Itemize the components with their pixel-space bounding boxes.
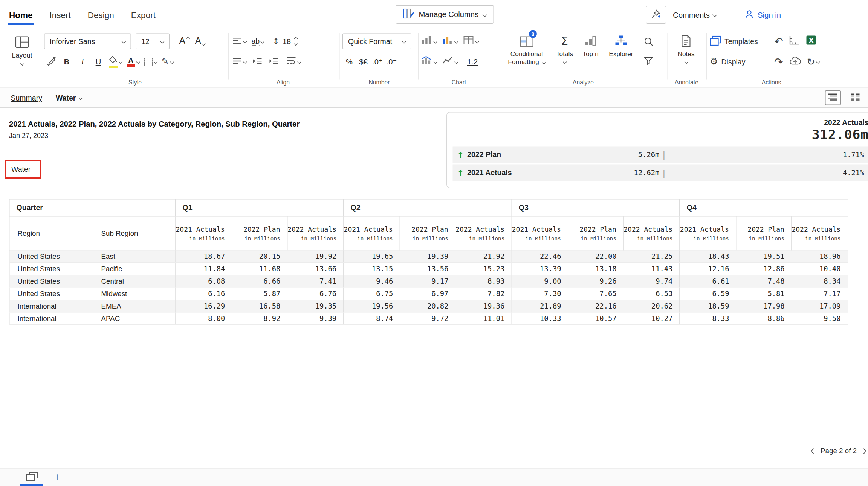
- value-cell[interactable]: 16.29: [176, 300, 232, 312]
- measure-header[interactable]: 2022 Planin Millions: [400, 216, 455, 250]
- font-color-button[interactable]: A: [127, 57, 140, 66]
- value-cell[interactable]: 19.35: [287, 300, 344, 312]
- value-cell[interactable]: 9.17: [400, 275, 455, 287]
- top-n-button[interactable]: Top n: [578, 31, 604, 68]
- redo-icon[interactable]: ↷: [774, 56, 783, 67]
- number-format-button[interactable]: 1.2: [467, 54, 478, 69]
- value-cell[interactable]: 22.16: [568, 300, 623, 312]
- value-cell[interactable]: 6.53: [623, 287, 680, 300]
- quarter-corner-header[interactable]: Quarter: [9, 199, 176, 216]
- ribbon-tab-design[interactable]: Design: [88, 10, 114, 20]
- measure-header[interactable]: 2021 Actualsin Millions: [512, 216, 568, 250]
- value-cell[interactable]: 10.57: [568, 312, 623, 325]
- value-cell[interactable]: 11.43: [623, 263, 680, 275]
- font-family-select[interactable]: Inforiver Sans: [44, 34, 131, 49]
- measure-header[interactable]: 2022 Actualsin Millions: [792, 216, 848, 250]
- value-cell[interactable]: 20.62: [623, 300, 680, 312]
- currency-format-button[interactable]: $€: [358, 54, 369, 69]
- value-cell[interactable]: 17.09: [792, 300, 848, 312]
- text-overflow-button[interactable]: ab: [252, 37, 264, 46]
- row-height-control[interactable]: ↕ 18: [273, 37, 297, 46]
- value-cell[interactable]: 10.40: [792, 263, 848, 275]
- value-cell[interactable]: 9.50: [792, 312, 848, 325]
- value-cell[interactable]: 11.01: [455, 312, 512, 325]
- decrease-decimal-button[interactable]: .0⁻: [386, 54, 397, 69]
- value-cell[interactable]: 8.33: [680, 312, 736, 325]
- category-chip-water[interactable]: Water: [5, 160, 41, 179]
- value-cell[interactable]: 18.67: [176, 250, 232, 263]
- explorer-button[interactable]: Explorer: [604, 31, 639, 68]
- clear-formatting-button[interactable]: ✎: [162, 57, 173, 66]
- value-cell[interactable]: 19.36: [455, 300, 512, 312]
- value-cell[interactable]: 7.48: [736, 275, 792, 287]
- value-cell[interactable]: 12.86: [736, 263, 792, 275]
- quarter-header-q1[interactable]: Q1: [176, 199, 344, 216]
- value-cell[interactable]: 16.58: [232, 300, 287, 312]
- percent-format-button[interactable]: %: [344, 54, 355, 69]
- decrease-indent-button[interactable]: [252, 54, 263, 69]
- value-cell[interactable]: 7.17: [792, 287, 848, 300]
- value-cell[interactable]: 19.65: [344, 250, 400, 263]
- value-cell[interactable]: 8.93: [455, 275, 512, 287]
- value-cell[interactable]: 10.27: [623, 312, 680, 325]
- undo-icon[interactable]: ↶: [774, 36, 783, 47]
- value-cell[interactable]: 22.46: [512, 250, 568, 263]
- value-cell[interactable]: 8.92: [232, 312, 287, 325]
- value-cell[interactable]: 9.72: [400, 312, 455, 325]
- value-cell[interactable]: 20.82: [400, 300, 455, 312]
- quarter-header-q4[interactable]: Q4: [680, 199, 848, 216]
- decrease-font-size-button[interactable]: A: [194, 34, 206, 49]
- borders-button[interactable]: [144, 57, 157, 66]
- value-cell[interactable]: 9.00: [512, 275, 568, 287]
- value-cell[interactable]: 11.84: [176, 263, 232, 275]
- value-cell[interactable]: 13.56: [400, 263, 455, 275]
- increase-decimal-button[interactable]: .0⁺: [372, 54, 383, 69]
- ribbon-tab-export[interactable]: Export: [131, 10, 156, 20]
- value-cell[interactable]: 6.59: [680, 287, 736, 300]
- measure-header[interactable]: 2021 Actualsin Millions: [344, 216, 400, 250]
- subregion-cell[interactable]: East: [93, 250, 176, 263]
- quick-format-select[interactable]: Quick Format: [342, 34, 411, 49]
- value-cell[interactable]: 21.25: [623, 250, 680, 263]
- subregion-cell[interactable]: Pacific: [93, 263, 176, 275]
- measure-icon[interactable]: [789, 35, 800, 47]
- value-cell[interactable]: 13.39: [512, 263, 568, 275]
- increase-indent-button[interactable]: [268, 54, 279, 69]
- value-cell[interactable]: 7.65: [568, 287, 623, 300]
- value-cell[interactable]: 8.86: [736, 312, 792, 325]
- value-cell[interactable]: 13.15: [344, 263, 400, 275]
- vertical-align-button[interactable]: [233, 57, 246, 67]
- value-cell[interactable]: 21.92: [455, 250, 512, 263]
- conditional-formatting-button[interactable]: 3 Conditional Formatting: [502, 31, 552, 68]
- value-cell[interactable]: 9.26: [568, 275, 623, 287]
- sheet-pages-button[interactable]: [23, 471, 41, 484]
- value-cell[interactable]: 18.59: [680, 300, 736, 312]
- totals-button[interactable]: Σ Totals: [552, 31, 578, 68]
- subregion-cell[interactable]: EMEA: [93, 300, 176, 312]
- measure-header[interactable]: 2022 Planin Millions: [568, 216, 623, 250]
- horizontal-align-button[interactable]: [233, 36, 246, 46]
- measure-header[interactable]: 2022 Actualsin Millions: [623, 216, 680, 250]
- value-cell[interactable]: 6.76: [287, 287, 344, 300]
- measure-header[interactable]: 2022 Planin Millions: [736, 216, 792, 250]
- underline-button[interactable]: U: [93, 54, 104, 69]
- layout-button[interactable]: Layout: [7, 32, 37, 65]
- view-toggle-rows[interactable]: [825, 90, 841, 105]
- region-cell[interactable]: United States: [9, 250, 93, 263]
- sheet-tab-water[interactable]: Water: [56, 94, 82, 102]
- region-header[interactable]: Region: [9, 216, 93, 250]
- value-cell[interactable]: 7.30: [512, 287, 568, 300]
- sheet-tab-summary[interactable]: Summary: [11, 94, 42, 102]
- value-cell[interactable]: 19.39: [400, 250, 455, 263]
- value-cell[interactable]: 21.89: [512, 300, 568, 312]
- measure-header[interactable]: 2021 Actualsin Millions: [680, 216, 736, 250]
- view-toggle-columns[interactable]: [848, 90, 863, 105]
- value-cell[interactable]: 5.81: [736, 287, 792, 300]
- font-size-select[interactable]: 12: [136, 34, 170, 49]
- subregion-cell[interactable]: Central: [93, 275, 176, 287]
- bar-chart-button[interactable]: [420, 35, 438, 47]
- templates-button[interactable]: Templates: [710, 35, 769, 47]
- value-cell[interactable]: 9.46: [344, 275, 400, 287]
- value-cell[interactable]: 8.74: [344, 312, 400, 325]
- wrap-text-button[interactable]: [287, 57, 301, 67]
